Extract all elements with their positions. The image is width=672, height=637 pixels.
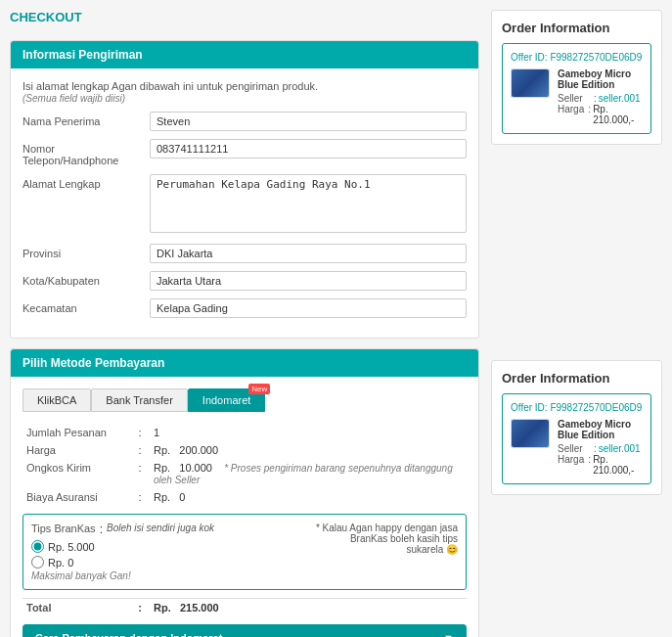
tab-banktransfer[interactable]: Bank Transfer [91, 388, 187, 412]
tab-klikkbca[interactable]: KlikBCA [22, 388, 91, 412]
tips-row: Tips BranKas : Boleh isi sendiri juga ko… [31, 523, 458, 581]
offer-box-bottom: Offer ID: F998272570DE06D9 Gameboy Micro… [502, 393, 651, 484]
spacer [491, 155, 662, 350]
shipping-desc: Isi alamat lengkap Agan dibawah ini untu… [22, 80, 467, 104]
provinsi-input[interactable] [150, 244, 467, 263]
kota-label: Kota/Kabupaten [22, 271, 150, 287]
product-details-top: Gameboy Micro Blue Edition Seller : sell… [558, 68, 643, 125]
new-badge: New [248, 384, 270, 394]
left-column: CHECKOUT Informasi Pengiriman Isi alamat… [10, 10, 479, 637]
kecamatan-label: Kecamatan [22, 298, 150, 314]
order-info-top-title: Order Information [502, 21, 651, 35]
page-wrapper: CHECKOUT Informasi Pengiriman Isi alamat… [0, 0, 672, 637]
nama-row: Nama Penerima [22, 112, 467, 131]
offer-id-bottom: Offer ID: F998272570DE06D9 [511, 402, 643, 413]
order-info-top: Order Information Offer ID: F998272570DE… [491, 10, 662, 145]
indomaret-panel-header[interactable]: Cara Pembayaran dengan Indomaret ▼ [23, 625, 466, 637]
jumlah-row: Jumlah Pesanan : 1 [22, 424, 467, 441]
checkout-title: CHECKOUT [10, 10, 479, 24]
product-image-top [511, 68, 550, 98]
payment-content: KlikBCA Bank Transfer Indomaret New Juml… [11, 377, 478, 637]
tips-radio-5000: Rp. 5.000 [31, 540, 311, 553]
chevron-down-icon: ▼ [443, 632, 454, 637]
nama-label: Nama Penerima [22, 112, 150, 127]
asuransi-row: Biaya Asuransi : Rp. 0 [22, 488, 467, 506]
kecamatan-row: Kecamatan [22, 298, 467, 318]
tips-right: * Kalau Agan happy dengan jasa BranKas b… [311, 523, 458, 555]
alamat-textarea[interactable] [150, 174, 467, 233]
shipping-header: Informasi Pengiriman [11, 41, 478, 68]
kota-input-wrap [150, 271, 467, 291]
provinsi-label: Provinsi [22, 244, 150, 259]
harga-row: Harga : Rp. 200.000 [22, 441, 467, 459]
alamat-row: Alamat Lengkap [22, 174, 467, 236]
kecamatan-input[interactable] [150, 298, 467, 318]
total-row: Total : Rp. 215.000 [22, 599, 467, 617]
order-info-bottom: Order Information Offer ID: F998272570DE… [491, 360, 662, 495]
max-tip: Maksimal banyak Gan! [31, 570, 311, 581]
offer-product-top: Gameboy Micro Blue Edition Seller : sell… [511, 68, 643, 125]
payment-tabs: KlikBCA Bank Transfer Indomaret New [22, 388, 467, 412]
payment-header: Pilih Metode Pembayaran [11, 349, 478, 377]
tips-section: Tips BranKas : Boleh isi sendiri juga ko… [22, 514, 467, 590]
total-table: Total : Rp. 215.000 [22, 598, 467, 616]
shipping-content: Isi alamat lengkap Agan dibawah ini untu… [11, 68, 478, 338]
order-info-bottom-title: Order Information [502, 371, 651, 386]
alamat-label: Alamat Lengkap [22, 174, 150, 190]
kota-input[interactable] [150, 271, 467, 291]
product-details-bottom: Gameboy Micro Blue Edition Seller : sell… [558, 419, 643, 476]
kecamatan-input-wrap [150, 298, 467, 318]
shipping-section: Informasi Pengiriman Isi alamat lengkap … [10, 40, 479, 339]
order-detail-table: Jumlah Pesanan : 1 Harga : Rp. 200.000 [22, 424, 467, 506]
nama-input-wrap [150, 112, 467, 131]
ongkir-row: Ongkos Kirim : Rp. 10.000 * Proses pengi… [22, 459, 467, 488]
nama-input[interactable] [150, 112, 467, 131]
telepon-label: Nomor Telepon/Handphone [22, 139, 150, 166]
payment-section: Pilih Metode Pembayaran KlikBCA Bank Tra… [10, 348, 479, 637]
radio-0[interactable] [31, 556, 44, 569]
tips-left: Tips BranKas : Boleh isi sendiri juga ko… [31, 523, 311, 581]
tips-radio-0: Rp. 0 [31, 556, 311, 569]
right-column: Order Information Offer ID: F998272570DE… [491, 10, 662, 637]
telepon-input-wrap [150, 139, 467, 159]
provinsi-row: Provinsi [22, 244, 467, 263]
telepon-row: Nomor Telepon/Handphone [22, 139, 467, 166]
radio-5000[interactable] [31, 540, 44, 553]
tab-indomaret[interactable]: Indomaret New [188, 388, 266, 412]
offer-id-top: Offer ID: F998272570DE06D9 [511, 52, 643, 63]
offer-box-top: Offer ID: F998272570DE06D9 Gameboy Micro… [502, 43, 651, 134]
indomaret-panel: Cara Pembayaran dengan Indomaret ▼ Silak… [22, 624, 467, 637]
kota-row: Kota/Kabupaten [22, 271, 467, 291]
product-image-bottom [511, 419, 550, 448]
offer-product-bottom: Gameboy Micro Blue Edition Seller : sell… [511, 419, 643, 476]
telepon-input[interactable] [150, 139, 467, 159]
alamat-input-wrap [150, 174, 467, 236]
provinsi-input-wrap [150, 244, 467, 263]
